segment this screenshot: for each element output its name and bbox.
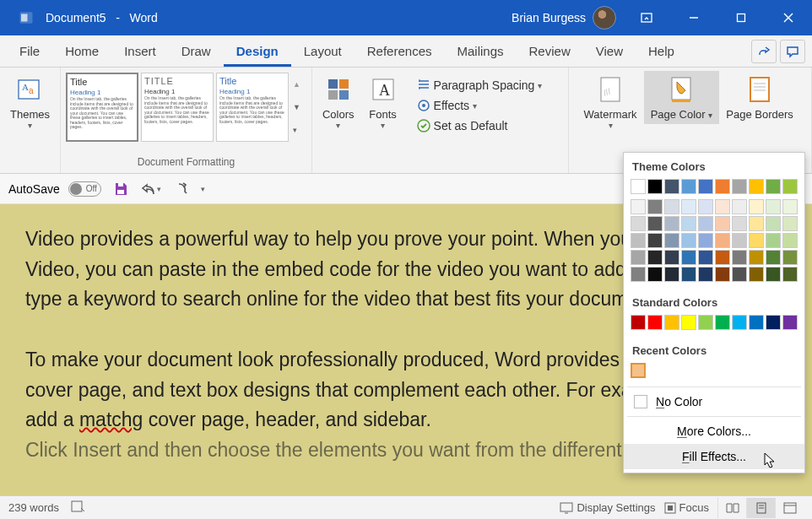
color-swatch[interactable]: [732, 315, 747, 330]
color-swatch[interactable]: [681, 233, 696, 248]
tab-view[interactable]: View: [583, 36, 636, 67]
color-swatch[interactable]: [732, 267, 747, 282]
color-swatch[interactable]: [664, 267, 679, 282]
color-swatch[interactable]: [681, 267, 696, 282]
color-swatch[interactable]: [782, 315, 798, 330]
color-swatch[interactable]: [749, 199, 764, 214]
color-swatch[interactable]: [664, 233, 679, 248]
proofing-button[interactable]: [71, 500, 86, 516]
color-swatch[interactable]: [766, 216, 781, 231]
color-swatch[interactable]: [749, 216, 764, 231]
set-as-default-button[interactable]: Set as Default: [412, 116, 513, 135]
tab-insert[interactable]: Insert: [111, 36, 169, 67]
color-swatch[interactable]: [647, 250, 663, 265]
tab-layout[interactable]: Layout: [291, 36, 355, 67]
qat-customize-button[interactable]: ▾: [201, 185, 205, 193]
color-swatch[interactable]: [631, 179, 646, 194]
redo-button[interactable]: [171, 178, 192, 200]
color-swatch[interactable]: [647, 216, 663, 231]
color-swatch[interactable]: [749, 315, 764, 330]
color-swatch[interactable]: [732, 250, 747, 265]
color-swatch[interactable]: [715, 250, 730, 265]
style-thumb-3[interactable]: TitleHeading 1On the Insert tab, the gal…: [216, 73, 289, 142]
color-swatch[interactable]: [782, 179, 798, 194]
color-swatch[interactable]: [664, 216, 679, 231]
color-swatch[interactable]: [782, 233, 798, 248]
chevron-up-icon[interactable]: ▲: [293, 80, 300, 89]
colors-button[interactable]: Colors ▾: [316, 71, 361, 133]
color-swatch[interactable]: [647, 179, 663, 194]
paragraph-spacing-button[interactable]: Paragraph Spacing ▾: [412, 76, 548, 95]
web-layout-button[interactable]: [775, 498, 804, 518]
color-swatch[interactable]: [715, 179, 730, 194]
color-swatch[interactable]: [631, 233, 646, 248]
color-swatch[interactable]: [647, 315, 663, 330]
color-swatch[interactable]: [631, 216, 646, 231]
color-swatch[interactable]: [782, 199, 798, 214]
autosave-toggle[interactable]: Off: [68, 181, 101, 197]
color-swatch[interactable]: [698, 267, 713, 282]
maximize-button[interactable]: [717, 0, 765, 35]
fonts-button[interactable]: A Fonts ▾: [361, 71, 405, 133]
color-swatch[interactable]: [698, 179, 713, 194]
color-swatch[interactable]: [766, 179, 781, 194]
more-icon[interactable]: ▾: [293, 126, 300, 134]
color-swatch[interactable]: [749, 250, 764, 265]
color-swatch[interactable]: [698, 216, 713, 231]
color-swatch[interactable]: [766, 199, 781, 214]
ribbon-display-button[interactable]: [623, 0, 670, 35]
fill-effects-item[interactable]: Fill Effects...: [624, 444, 804, 469]
color-swatch[interactable]: [698, 315, 713, 330]
share-button[interactable]: [751, 40, 777, 63]
color-swatch[interactable]: [631, 199, 646, 214]
color-swatch[interactable]: [715, 216, 730, 231]
color-swatch[interactable]: [732, 233, 747, 248]
color-swatch[interactable]: [664, 250, 679, 265]
color-swatch[interactable]: [681, 179, 696, 194]
themes-button[interactable]: Aa Themes ▾: [3, 71, 57, 133]
color-swatch[interactable]: [749, 179, 764, 194]
color-swatch[interactable]: [732, 216, 747, 231]
tab-design[interactable]: Design: [224, 36, 291, 67]
page-color-button[interactable]: Page Color ▾: [644, 71, 720, 124]
style-gallery[interactable]: TitleHeading 1On the Insert tab, the gal…: [64, 71, 304, 143]
gallery-scroll[interactable]: ▲ ▼ ▾: [291, 73, 302, 142]
color-swatch[interactable]: [766, 315, 781, 330]
color-swatch[interactable]: [749, 233, 764, 248]
color-swatch[interactable]: [782, 267, 798, 282]
chevron-down-icon[interactable]: ▼: [293, 103, 300, 111]
tab-draw[interactable]: Draw: [169, 36, 224, 67]
color-swatch[interactable]: [681, 216, 696, 231]
color-swatch[interactable]: [782, 216, 798, 231]
user-avatar[interactable]: [593, 6, 616, 30]
color-swatch[interactable]: [647, 199, 663, 214]
watermark-button[interactable]: /// Watermark ▾: [577, 71, 644, 133]
color-swatch[interactable]: [681, 250, 696, 265]
color-swatch[interactable]: [681, 315, 696, 330]
color-swatch[interactable]: [715, 233, 730, 248]
recent-color-swatch[interactable]: [631, 363, 646, 378]
color-swatch[interactable]: [782, 250, 798, 265]
tab-help[interactable]: Help: [636, 36, 687, 67]
color-swatch[interactable]: [631, 315, 646, 330]
spelling-error[interactable]: matchg: [79, 408, 143, 430]
color-swatch[interactable]: [732, 179, 747, 194]
color-swatch[interactable]: [766, 233, 781, 248]
tab-file[interactable]: File: [7, 36, 52, 67]
close-button[interactable]: [765, 0, 812, 35]
focus-button[interactable]: Focus: [664, 501, 709, 514]
page-borders-button[interactable]: Page Borders: [719, 71, 800, 124]
color-swatch[interactable]: [664, 315, 679, 330]
tab-home[interactable]: Home: [52, 36, 111, 67]
color-swatch[interactable]: [698, 250, 713, 265]
undo-button[interactable]: ▾: [140, 178, 162, 200]
user-name[interactable]: Brian Burgess: [512, 11, 586, 24]
style-thumb-2[interactable]: TITLEHeading 1On the Insert tab, the gal…: [141, 73, 214, 142]
more-colors-item[interactable]: More Colors...: [624, 419, 804, 444]
color-swatch[interactable]: [715, 199, 730, 214]
color-swatch[interactable]: [681, 199, 696, 214]
print-layout-button[interactable]: [746, 498, 775, 518]
color-swatch[interactable]: [698, 233, 713, 248]
color-swatch[interactable]: [664, 199, 679, 214]
color-swatch[interactable]: [664, 179, 679, 194]
